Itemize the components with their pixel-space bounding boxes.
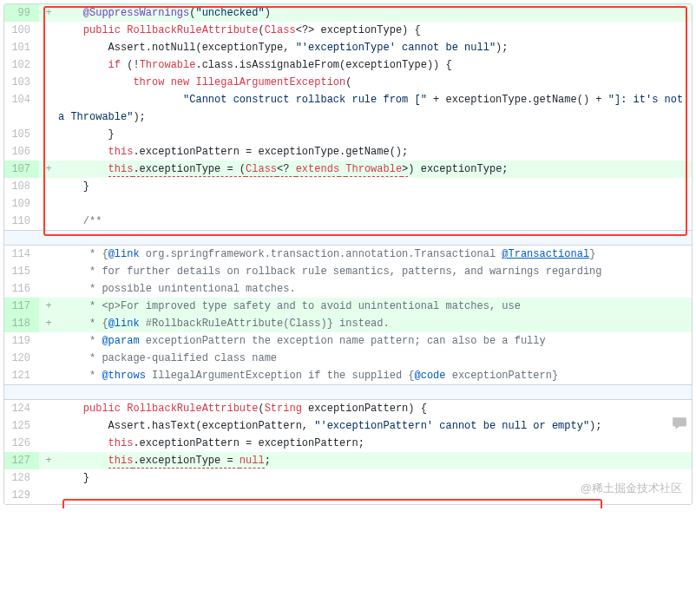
line-number[interactable]: 124	[4, 400, 39, 417]
line-number[interactable]: 104	[4, 91, 39, 108]
line-code[interactable]: this.exceptionPattern = exceptionPattern…	[58, 435, 692, 452]
code-line: 110 /**	[4, 213, 692, 230]
line-code[interactable]	[58, 195, 692, 213]
line-number[interactable]: 117	[4, 298, 39, 315]
line-number[interactable]: 109	[4, 195, 39, 213]
token-keyword: if	[108, 59, 121, 71]
line-code[interactable]: public RollbackRuleAttribute(Class<?> ex…	[58, 22, 692, 39]
token-doclink: @throws	[102, 370, 145, 382]
token-text: }	[83, 180, 89, 193]
line-code[interactable]: * possible unintentional matches.	[58, 280, 692, 298]
line-code[interactable]: "Cannot construct rollback rule from [" …	[58, 91, 692, 108]
token-comment: #RollbackRuleAttribute(Class)} instead.	[140, 318, 390, 330]
code-line: 125 Assert.hasText(exceptionPattern, "'e…	[4, 417, 692, 435]
token-text: );	[133, 111, 145, 123]
line-code[interactable]: Assert.notNull(exceptionType, "'exceptio…	[58, 39, 692, 56]
line-code[interactable]: * @throws IllegalArgumentException if th…	[58, 367, 692, 384]
token-text: (!	[121, 59, 140, 71]
token-type: RollbackRuleAttribute	[127, 24, 258, 36]
line-code[interactable]: a Throwable");	[58, 108, 692, 126]
line-number[interactable]: 115	[4, 263, 39, 280]
code-line: 114 * {@link org.springframework.transac…	[4, 246, 692, 263]
line-code[interactable]: if (!Throwable.class.isAssignableFrom(ex…	[58, 56, 692, 74]
diff-marker	[39, 22, 58, 39]
line-code[interactable]: /**	[58, 213, 692, 230]
line-code[interactable]: }	[58, 178, 692, 195]
token-type: RollbackRuleAttribute	[127, 403, 258, 415]
code-line: 99+ @SuppressWarnings("unchecked")	[4, 4, 692, 22]
line-number[interactable]: 105	[4, 126, 39, 143]
token-string: "'exceptionType' cannot be null"	[296, 42, 496, 54]
line-number[interactable]: 110	[4, 213, 39, 230]
token-comment: * for further details on rollback rule s…	[83, 265, 602, 278]
line-code[interactable]: throw new IllegalArgumentException(	[58, 74, 692, 91]
code-line: 127+ this.exceptionType = null;	[4, 452, 692, 469]
line-code[interactable]: * <p>For improved type safety and to avo…	[58, 298, 692, 315]
token-doclink: @param	[102, 335, 139, 347]
token-text: .exceptionType = (	[133, 163, 246, 177]
line-number[interactable]: 108	[4, 178, 39, 195]
diff-marker	[39, 435, 58, 452]
line-number[interactable]	[4, 108, 39, 126]
line-code[interactable]: * for further details on rollback rule s…	[58, 263, 692, 280]
line-code[interactable]: * {@link org.springframework.transaction…	[58, 246, 692, 263]
line-number[interactable]: 118	[4, 315, 39, 332]
diff-marker	[39, 143, 58, 161]
line-code[interactable]	[58, 487, 692, 504]
line-number[interactable]: 128	[4, 469, 39, 487]
line-number[interactable]: 126	[4, 435, 39, 452]
code-line: 126 this.exceptionPattern = exceptionPat…	[4, 435, 692, 452]
line-number[interactable]: 107	[4, 161, 39, 178]
hunk-gap[interactable]	[4, 230, 692, 246]
line-number[interactable]: 103	[4, 74, 39, 91]
diff-marker	[39, 280, 58, 298]
code-line: 116 * possible unintentional matches.	[4, 280, 692, 298]
token-text: );	[496, 42, 508, 54]
line-code[interactable]: this.exceptionType = null;	[58, 452, 692, 469]
line-code[interactable]: }	[58, 126, 692, 143]
code-line: 120 * package-qualified class name	[4, 350, 692, 367]
line-code[interactable]: this.exceptionType = (Class<? extends Th…	[58, 161, 692, 178]
line-number[interactable]: 119	[4, 332, 39, 350]
line-code[interactable]: this.exceptionPattern = exceptionType.ge…	[58, 143, 692, 161]
token-doclink: @link	[108, 318, 140, 330]
code-line: 102 if (!Throwable.class.isAssignableFro…	[4, 56, 692, 74]
token-comment: * package-qualified class name	[83, 352, 277, 364]
token-type: IllegalArgumentException	[195, 76, 345, 88]
line-code[interactable]: }	[58, 469, 692, 487]
token-text: <?> exceptionType) {	[296, 24, 421, 36]
line-code[interactable]: public RollbackRuleAttribute(String exce…	[58, 400, 692, 417]
token-comment: * <p>For improved type safety and to avo…	[83, 300, 521, 312]
line-code[interactable]: * {@link #RollbackRuleAttribute(Class)} …	[58, 315, 692, 332]
line-number[interactable]: 116	[4, 280, 39, 298]
line-number[interactable]: 114	[4, 246, 39, 263]
code-line: 119 * @param exceptionPattern the except…	[4, 332, 692, 350]
line-number[interactable]: 106	[4, 143, 39, 161]
line-code[interactable]: Assert.hasText(exceptionPattern, "'excep…	[58, 417, 692, 435]
line-number[interactable]: 99	[4, 4, 39, 22]
diff-marker	[39, 487, 58, 504]
token-text: .class.isAssignableFrom(exceptionType)) …	[195, 59, 451, 71]
line-number[interactable]: 127	[4, 452, 39, 469]
line-number[interactable]: 125	[4, 417, 39, 435]
hunk-gap[interactable]	[4, 384, 692, 400]
token-string: "'exceptionPattern' cannot be null or em…	[314, 420, 589, 432]
line-number[interactable]: 102	[4, 56, 39, 74]
line-code[interactable]: * @param exceptionPattern the exception …	[58, 332, 692, 350]
line-number[interactable]: 101	[4, 39, 39, 56]
line-number[interactable]: 100	[4, 22, 39, 39]
line-code[interactable]: @SuppressWarnings("unchecked")	[58, 4, 692, 22]
line-number[interactable]: 121	[4, 367, 39, 384]
line-number[interactable]: 120	[4, 350, 39, 367]
token-text: )	[265, 7, 271, 19]
diff-marker	[39, 246, 58, 263]
comment-icon[interactable]	[672, 416, 687, 431]
token-text: (	[258, 403, 264, 415]
line-number[interactable]: 129	[4, 487, 39, 504]
token-comment: *	[83, 335, 102, 347]
code-line: 103 throw new IllegalArgumentException(	[4, 74, 692, 91]
line-code[interactable]: * package-qualified class name	[58, 350, 692, 367]
diff-marker: +	[39, 4, 58, 22]
code-line: 106 this.exceptionPattern = exceptionTyp…	[4, 143, 692, 161]
token-string: a Throwable"	[58, 111, 133, 123]
